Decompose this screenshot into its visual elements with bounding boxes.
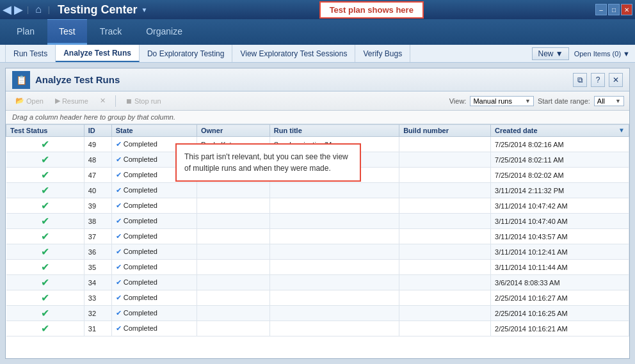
home-button[interactable]: ⌂ [33, 4, 44, 15]
cell-run-title [269, 183, 399, 198]
title-dropdown[interactable]: ▼ [141, 6, 148, 13]
cell-build-number [399, 260, 491, 275]
cell-status: ✔ [6, 183, 84, 198]
table-row[interactable]: ✔34✔Completed3/6/2014 8:08:33 AM [6, 275, 629, 290]
cell-owner [197, 275, 269, 290]
cell-run-title [269, 260, 399, 275]
cell-id: 33 [84, 290, 111, 306]
cell-created-date: 3/11/2014 10:47:42 AM [491, 198, 629, 214]
sec-nav-analyze-test-runs[interactable]: Analyze Test Runs [56, 45, 140, 62]
cell-status: ✔ [6, 290, 84, 306]
nav-organize[interactable]: Organize [134, 19, 194, 45]
date-range-label: Start date range: [538, 97, 590, 105]
cell-owner [197, 214, 269, 229]
cell-created-date: 3/11/2014 10:12:41 AM [491, 244, 629, 260]
cell-status: ✔ [6, 214, 84, 229]
cell-run-title [269, 244, 399, 260]
drag-hint: Drag a column header here to group by th… [6, 111, 629, 124]
view-select[interactable]: Manual runs ▼ [470, 96, 533, 106]
restore-button[interactable]: ⧉ [573, 73, 587, 87]
table-row[interactable]: ✔35✔Completed3/11/2014 10:11:44 AM [6, 260, 629, 275]
new-button[interactable]: New ▼ [532, 47, 568, 60]
table-row[interactable]: ✔33✔Completed2/25/2014 10:16:27 AM [6, 290, 629, 306]
col-build-number[interactable]: Build number [399, 125, 491, 137]
cell-build-number [399, 229, 491, 244]
secondary-nav-right: New ▼ Open Items (0) ▼ [532, 47, 630, 60]
cell-id: 34 [84, 275, 111, 290]
cell-owner [197, 321, 269, 336]
cell-state: ✔Completed [111, 290, 197, 306]
maximize-button[interactable]: □ [608, 4, 620, 15]
nav-track[interactable]: Track [88, 19, 133, 45]
sec-nav-view-exploratory[interactable]: View Exploratory Test Sessions [232, 45, 355, 62]
table-row[interactable]: ✔40✔Completed3/11/2014 2:11:32 PM [6, 183, 629, 198]
cell-status: ✔ [6, 152, 84, 168]
window-close-button[interactable]: ✕ [621, 4, 632, 15]
cell-state: ✔Completed [111, 183, 197, 198]
cell-build-number [399, 321, 491, 336]
cell-run-title [269, 290, 399, 306]
date-select-arrow: ▼ [615, 98, 621, 104]
col-owner[interactable]: Owner [197, 125, 269, 137]
cell-owner [197, 306, 269, 321]
close-panel-button[interactable]: ✕ [609, 73, 623, 87]
col-id[interactable]: ID [84, 125, 111, 137]
panel-icon: 📋 [12, 71, 30, 89]
cell-run-title [269, 214, 399, 229]
stop-run-button[interactable]: ⏹ Stop run [121, 95, 166, 107]
cell-id: 32 [84, 306, 111, 321]
table-container[interactable]: Test Status ID State Owner Run title Bui… [6, 124, 629, 358]
cell-state: ✔Completed [111, 214, 197, 229]
cell-created-date: 3/6/2014 8:08:33 AM [491, 275, 629, 290]
cell-build-number [399, 275, 491, 290]
analyze-test-runs-panel: 📋 Analyze Test Runs ⧉ ? ✕ 📂 Open ▶ Resum… [5, 68, 630, 359]
cell-owner [197, 260, 269, 275]
nav-plan[interactable]: Plan [5, 19, 46, 45]
table-row[interactable]: ✔37✔Completed3/11/2014 10:43:57 AM [6, 229, 629, 244]
col-test-status[interactable]: Test Status [6, 125, 84, 137]
table-row[interactable]: ✔31✔Completed2/25/2014 10:16:21 AM [6, 321, 629, 336]
toolbar-separator [115, 95, 116, 107]
cell-created-date: 7/25/2014 8:02:11 AM [491, 152, 629, 168]
cell-id: 48 [84, 152, 111, 168]
forward-button[interactable]: ▶ [14, 3, 23, 17]
open-items-button[interactable]: Open Items (0) ▼ [574, 50, 630, 58]
cell-run-title [269, 275, 399, 290]
delete-button[interactable]: ✕ [95, 95, 110, 107]
back-button[interactable]: ◀ [3, 3, 12, 17]
annotation-overlay: This part isn't relevant, but you can se… [175, 143, 361, 182]
cell-status: ✔ [6, 260, 84, 275]
table-row[interactable]: ✔32✔Completed2/25/2014 10:16:25 AM [6, 306, 629, 321]
cell-id: 36 [84, 244, 111, 260]
open-icon: 📂 [15, 97, 24, 105]
sec-nav-verify-bugs[interactable]: Verify Bugs [355, 45, 410, 62]
date-range-select[interactable]: All ▼ [594, 96, 624, 106]
col-run-title[interactable]: Run title [269, 125, 399, 137]
cell-created-date: 3/11/2014 10:11:44 AM [491, 260, 629, 275]
table-row[interactable]: ✔38✔Completed3/11/2014 10:47:40 AM [6, 214, 629, 229]
cell-id: 37 [84, 229, 111, 244]
sec-nav-run-tests[interactable]: Run Tests [5, 45, 56, 62]
nav-test[interactable]: Test [47, 19, 87, 45]
table-row[interactable]: ✔39✔Completed3/11/2014 10:47:42 AM [6, 198, 629, 214]
cell-created-date: 7/25/2014 8:02:16 AM [491, 137, 629, 152]
table-row[interactable]: ✔36✔Completed3/11/2014 10:12:41 AM [6, 244, 629, 260]
col-created-date[interactable]: Created date ▼ [491, 125, 629, 137]
view-label: View: [449, 97, 467, 105]
toolbar-right: View: Manual runs ▼ Start date range: Al… [449, 96, 624, 106]
cell-owner [197, 229, 269, 244]
minimize-button[interactable]: – [595, 4, 607, 15]
cell-run-title [269, 198, 399, 214]
cell-run-title [269, 321, 399, 336]
cell-build-number [399, 306, 491, 321]
resume-button[interactable]: ▶ Resume [51, 95, 93, 107]
cell-id: 31 [84, 321, 111, 336]
cell-owner [197, 290, 269, 306]
cell-id: 47 [84, 168, 111, 183]
secondary-navigation: Run Tests Analyze Test Runs Do Explorato… [0, 45, 635, 63]
col-state[interactable]: State [111, 125, 197, 137]
help-button[interactable]: ? [591, 73, 605, 87]
sec-nav-exploratory-testing[interactable]: Do Exploratory Testing [140, 45, 233, 62]
cell-created-date: 3/11/2014 2:11:32 PM [491, 183, 629, 198]
open-button[interactable]: 📂 Open [11, 95, 48, 107]
